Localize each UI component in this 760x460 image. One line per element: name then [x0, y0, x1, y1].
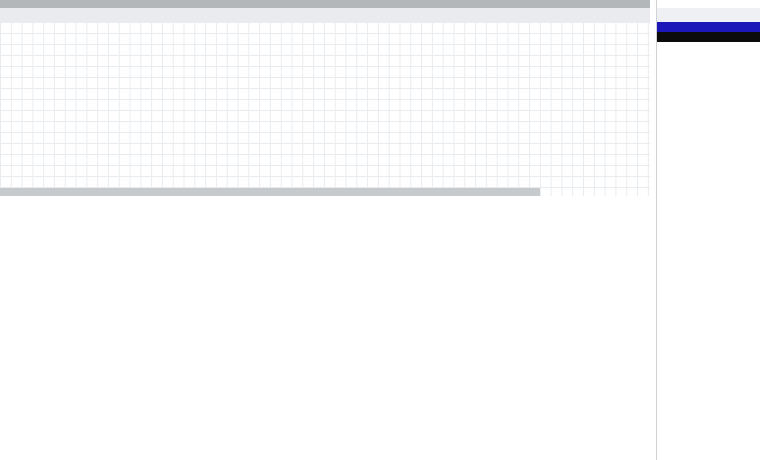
vs-ruler[interactable] [0, 8, 650, 23]
gr-panel-ruler [657, 8, 760, 22]
gr-type-log[interactable] [657, 42, 760, 460]
track-gr-heat[interactable] [0, 28, 650, 64]
inclination-pill-row[interactable] [0, 188, 540, 196]
seismic-section[interactable] [0, 196, 650, 460]
gr-header-primary [657, 22, 760, 32]
geosteering-app-window [0, 0, 760, 460]
track-borehole-image[interactable] [0, 64, 650, 97]
gr-correlation-panel[interactable] [656, 0, 760, 460]
gr-header-secondary [657, 32, 760, 42]
track-lithology[interactable] [0, 97, 650, 130]
top-bar [0, 0, 760, 8]
